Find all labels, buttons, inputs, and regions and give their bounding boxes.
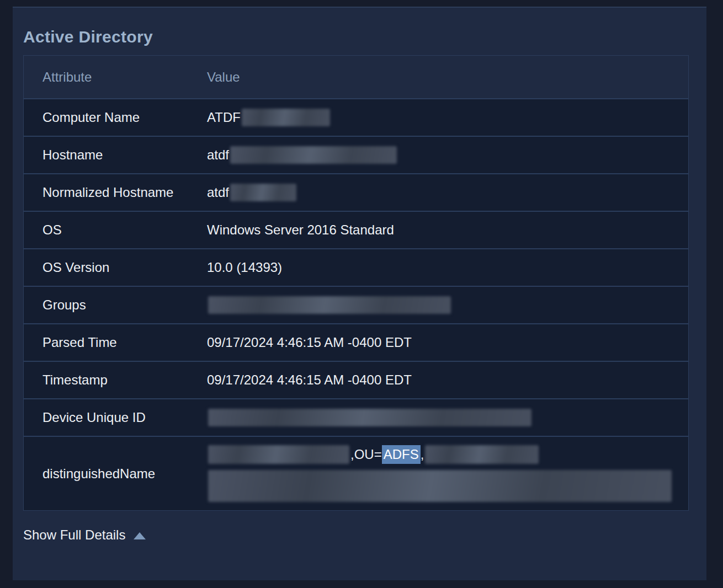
redacted-value xyxy=(208,445,349,464)
value-cell: Windows Server 2016 Standard xyxy=(207,222,688,238)
table-row: Timestamp09/17/2024 4:46:15 AM -0400 EDT xyxy=(24,361,688,398)
value-cell: 09/17/2024 4:46:15 AM -0400 EDT xyxy=(207,372,688,388)
show-full-details-label: Show Full Details xyxy=(23,527,125,543)
value-line: atdf xyxy=(207,184,688,201)
attribute-cell: OS Version xyxy=(24,260,207,275)
attributes-table: Attribute Value Computer NameATDFHostnam… xyxy=(23,55,689,511)
redacted-value xyxy=(242,109,330,126)
table-row: OSWindows Server 2016 Standard xyxy=(24,211,688,248)
value-text: atdf xyxy=(207,185,229,200)
value-line: atdf xyxy=(207,146,688,164)
value-text: 09/17/2024 4:46:15 AM -0400 EDT xyxy=(207,335,412,350)
value-line: ,OU=ADFS, xyxy=(207,445,688,464)
active-directory-panel: Active Directory Attribute Value Compute… xyxy=(13,7,706,580)
value-text: Windows Server 2016 Standard xyxy=(207,222,394,238)
attribute-cell: Timestamp xyxy=(24,372,207,388)
panel-title: Active Directory xyxy=(23,28,153,46)
attribute-cell: OS xyxy=(24,222,207,238)
attribute-cell: Groups xyxy=(24,297,207,313)
attribute-column-header: Attribute xyxy=(24,70,207,85)
attribute-cell: Parsed Time xyxy=(24,335,207,350)
table-row: Computer NameATDF xyxy=(24,98,688,136)
redacted-value xyxy=(230,184,296,201)
value-text: atdf xyxy=(207,147,229,163)
value-cell: atdf xyxy=(207,184,688,201)
redacted-value xyxy=(230,146,397,164)
value-text: 10.0 (14393) xyxy=(207,260,282,275)
value-cell xyxy=(207,296,688,314)
value-line xyxy=(207,296,688,314)
table-header-row: Attribute Value xyxy=(24,56,688,98)
value-cell xyxy=(207,409,688,426)
value-text: , xyxy=(421,447,424,462)
show-full-details-button[interactable]: Show Full Details xyxy=(23,527,146,543)
value-column-header: Value xyxy=(207,70,688,85)
selected-text: ADFS xyxy=(382,445,421,464)
value-line: 09/17/2024 4:46:15 AM -0400 EDT xyxy=(207,335,688,350)
table-row: Hostnameatdf xyxy=(24,136,688,173)
value-cell: 10.0 (14393) xyxy=(207,260,688,275)
value-line xyxy=(207,409,688,426)
table-row: Device Unique ID xyxy=(24,398,688,436)
value-line xyxy=(207,470,688,502)
redacted-value xyxy=(208,409,531,426)
attribute-cell: Device Unique ID xyxy=(24,410,207,425)
table-body: Computer NameATDFHostnameatdfNormalized … xyxy=(24,98,688,510)
value-text: ,OU= xyxy=(350,447,382,462)
table-row: Normalized Hostnameatdf xyxy=(24,173,688,211)
triangle-up-icon xyxy=(134,532,146,539)
value-line: 10.0 (14393) xyxy=(207,260,688,275)
value-cell: 09/17/2024 4:46:15 AM -0400 EDT xyxy=(207,335,688,350)
redacted-value xyxy=(208,470,672,502)
table-row: Parsed Time09/17/2024 4:46:15 AM -0400 E… xyxy=(24,323,688,361)
value-cell: ATDF xyxy=(207,109,688,126)
value-text: ATDF xyxy=(207,110,241,125)
table-row: OS Version10.0 (14393) xyxy=(24,248,688,286)
attribute-cell: Normalized Hostname xyxy=(24,185,207,200)
screen: Active Directory Attribute Value Compute… xyxy=(0,0,723,588)
table-row: distinguishedName,OU=ADFS, xyxy=(24,436,688,510)
redacted-value xyxy=(425,445,539,464)
attribute-cell: Hostname xyxy=(24,147,207,163)
attribute-cell: Computer Name xyxy=(24,110,207,125)
value-line: ATDF xyxy=(207,109,688,126)
value-line: Windows Server 2016 Standard xyxy=(207,222,688,238)
value-line: 09/17/2024 4:46:15 AM -0400 EDT xyxy=(207,372,688,388)
value-cell: ,OU=ADFS, xyxy=(207,445,688,502)
value-text: 09/17/2024 4:46:15 AM -0400 EDT xyxy=(207,372,412,388)
value-cell: atdf xyxy=(207,146,688,164)
redacted-value xyxy=(208,296,451,314)
attribute-cell: distinguishedName xyxy=(24,466,207,482)
table-row: Groups xyxy=(24,286,688,323)
